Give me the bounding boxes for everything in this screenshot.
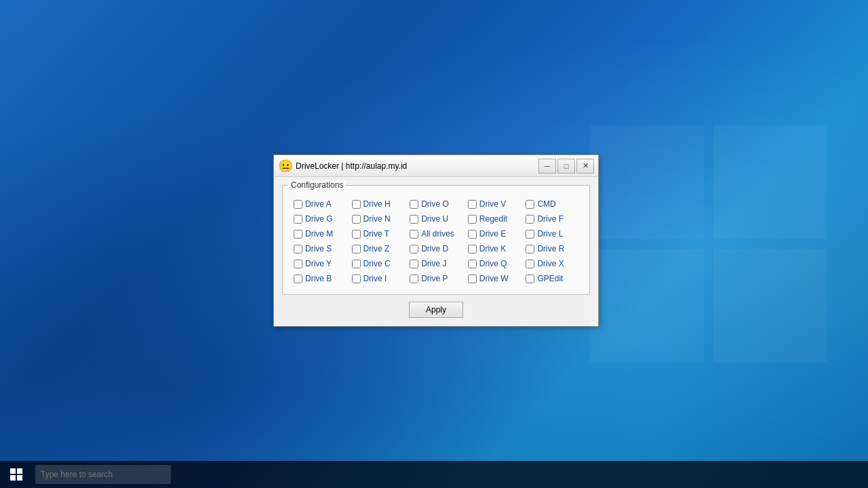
checkbox-item-driveW: Drive W [465,271,524,286]
checkbox-driveS[interactable] [294,245,302,253]
label-driveP[interactable]: Drive P [421,274,448,283]
label-driveF[interactable]: Drive F [537,214,564,224]
checkbox-driveW[interactable] [468,274,477,283]
checkbox-item-driveD: Drive D [407,241,465,256]
label-driveB[interactable]: Drive B [305,274,332,283]
checkbox-driveH[interactable] [352,200,361,209]
checkbox-driveN[interactable] [352,215,361,224]
checkbox-cmd[interactable] [526,200,534,209]
label-driveH[interactable]: Drive H [363,199,391,209]
checkbox-driveV[interactable] [468,200,477,209]
checkbox-driveZ[interactable] [352,245,361,253]
label-gpedit[interactable]: GPEdit [537,274,563,283]
checkbox-gpedit[interactable] [526,274,534,283]
checkbox-item-driveB: Drive B [291,271,349,286]
label-driveU[interactable]: Drive U [421,214,448,224]
dialog-content: Configurations Drive ADrive HDrive ODriv… [274,177,598,326]
checkbox-item-driveX: Drive X [523,256,581,271]
checkbox-item-driveQ: Drive Q [465,256,524,271]
label-driveA[interactable]: Drive A [305,199,332,209]
drivelocker-dialog: 😐 DriveLocker | http://aulap.my.id ─ □ ✕… [273,155,599,327]
label-driveW[interactable]: Drive W [479,274,509,283]
app-icon: 😐 [278,159,292,173]
label-allDrives[interactable]: All drives [421,229,454,239]
checkbox-item-driveM: Drive M [291,226,349,241]
checkbox-item-driveJ: Drive J [407,256,465,271]
checkbox-driveU[interactable] [410,215,418,224]
label-driveX[interactable]: Drive X [537,259,564,268]
checkbox-item-driveY: Drive Y [291,256,349,271]
checkbox-driveI[interactable] [352,274,361,283]
maximize-button[interactable]: □ [557,159,575,174]
checkbox-item-driveK: Drive K [465,241,524,256]
label-driveO[interactable]: Drive O [421,199,449,209]
label-driveD[interactable]: Drive D [421,244,448,253]
title-bar: 😐 DriveLocker | http://aulap.my.id ─ □ ✕ [274,155,598,177]
checkbox-item-driveF: Drive F [523,211,581,226]
label-driveZ[interactable]: Drive Z [363,244,390,253]
checkbox-item-driveC: Drive C [349,256,408,271]
checkbox-driveA[interactable] [294,200,302,209]
checkbox-item-driveU: Drive U [407,211,465,226]
checkbox-driveG[interactable] [294,215,302,224]
label-driveL[interactable]: Drive L [537,229,563,239]
checkbox-driveF[interactable] [526,215,534,224]
desktop: 😐 DriveLocker | http://aulap.my.id ─ □ ✕… [0,0,868,488]
label-driveI[interactable]: Drive I [363,274,387,283]
label-regedit[interactable]: Regedit [479,214,507,224]
label-driveN[interactable]: Drive N [363,214,391,224]
checkbox-driveR[interactable] [526,245,534,253]
checkbox-item-regedit: Regedit [465,211,524,226]
close-button[interactable]: ✕ [576,159,594,174]
checkbox-item-driveE: Drive E [465,226,524,241]
checkbox-driveE[interactable] [468,230,477,239]
label-driveE[interactable]: Drive E [479,229,506,239]
title-bar-buttons: ─ □ ✕ [538,159,594,174]
label-driveG[interactable]: Drive G [305,214,333,224]
checkbox-driveP[interactable] [410,274,418,283]
label-driveS[interactable]: Drive S [305,244,332,253]
checkbox-driveQ[interactable] [468,260,477,268]
checkbox-driveT[interactable] [352,230,361,239]
checkbox-driveM[interactable] [294,230,302,239]
checkbox-item-allDrives: All drives [407,226,465,241]
checkbox-allDrives[interactable] [410,230,418,239]
label-driveT[interactable]: Drive T [363,229,389,239]
label-driveK[interactable]: Drive K [479,244,506,253]
taskbar [0,461,868,488]
label-driveM[interactable]: Drive M [305,229,333,239]
checkbox-driveD[interactable] [410,245,418,253]
label-driveC[interactable]: Drive C [363,259,391,268]
label-driveY[interactable]: Drive Y [305,259,332,268]
checkbox-item-driveV: Drive V [465,197,524,211]
label-driveJ[interactable]: Drive J [421,259,446,268]
checkbox-driveY[interactable] [294,260,302,268]
checkbox-item-driveI: Drive I [349,271,408,286]
window-title: DriveLocker | http://aulap.my.id [296,161,538,171]
checkbox-regedit[interactable] [468,215,477,224]
checkbox-driveL[interactable] [526,230,534,239]
checkbox-item-driveZ: Drive Z [349,241,408,256]
start-button[interactable] [0,461,33,488]
checkbox-item-driveL: Drive L [523,226,581,241]
checkbox-item-driveA: Drive A [291,197,349,211]
checkbox-item-gpedit: GPEdit [523,271,581,286]
minimize-button[interactable]: ─ [538,159,556,174]
apply-button[interactable]: Apply [409,302,463,318]
label-driveR[interactable]: Drive R [537,244,564,253]
checkbox-driveX[interactable] [526,260,534,268]
label-driveV[interactable]: Drive V [479,199,506,209]
search-bar[interactable] [35,465,171,484]
checkbox-driveC[interactable] [352,260,361,268]
checkbox-item-cmd: CMD [523,197,581,211]
checkbox-driveJ[interactable] [410,260,418,268]
checkbox-driveO[interactable] [410,200,418,209]
checkbox-driveB[interactable] [294,274,302,283]
checkbox-item-driveS: Drive S [291,241,349,256]
checkbox-item-driveP: Drive P [407,271,465,286]
label-cmd[interactable]: CMD [537,199,555,209]
checkbox-item-driveN: Drive N [349,211,408,226]
checkboxes-grid: Drive ADrive HDrive ODrive VCMDDrive GDr… [291,197,581,286]
checkbox-driveK[interactable] [468,245,477,253]
label-driveQ[interactable]: Drive Q [479,259,507,268]
